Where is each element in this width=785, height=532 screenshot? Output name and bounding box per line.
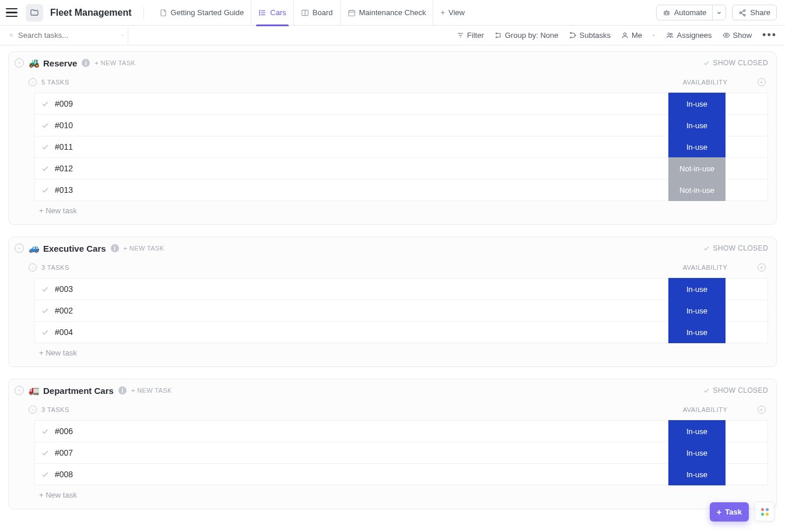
search-input[interactable] bbox=[17, 30, 117, 40]
status-check[interactable] bbox=[35, 427, 55, 435]
task-name[interactable]: #008 bbox=[55, 470, 668, 479]
new-task-inline[interactable]: + NEW TASK bbox=[124, 245, 164, 252]
status-check[interactable] bbox=[35, 285, 55, 293]
availability-badge[interactable]: In-use bbox=[668, 442, 726, 464]
new-task-inline[interactable]: + NEW TASK bbox=[94, 59, 135, 66]
availability-badge[interactable]: Not-in-use bbox=[668, 157, 726, 179]
group-body: 5 TASKSAVAILABILITY+#009In-use#010In-use… bbox=[9, 72, 776, 224]
availability-header[interactable]: AVAILABILITY bbox=[670, 79, 740, 86]
collapse-toggle[interactable] bbox=[15, 244, 24, 253]
task-row[interactable]: #012Not-in-use bbox=[34, 157, 768, 179]
show-closed-button[interactable]: SHOW CLOSED bbox=[703, 244, 768, 252]
availability-badge[interactable]: In-use bbox=[668, 278, 726, 300]
availability-badge[interactable]: In-use bbox=[668, 463, 726, 485]
status-check[interactable] bbox=[35, 143, 55, 151]
groupby-button[interactable]: Group by: None bbox=[495, 31, 559, 40]
task-row[interactable]: #004In-use bbox=[34, 321, 768, 343]
search-box[interactable] bbox=[6, 28, 128, 43]
list-icon bbox=[258, 9, 267, 17]
task-row[interactable]: #010In-use bbox=[34, 114, 768, 136]
tab-board[interactable]: Board bbox=[294, 0, 341, 26]
task-count[interactable]: 3 TASKS bbox=[29, 263, 69, 272]
task-name[interactable]: #009 bbox=[55, 99, 668, 108]
chevron-down-icon[interactable] bbox=[121, 32, 124, 38]
task-row[interactable]: #007In-use bbox=[34, 442, 768, 464]
status-check[interactable] bbox=[35, 186, 55, 194]
task-row[interactable]: #003In-use bbox=[34, 278, 768, 300]
filter-button[interactable]: Filter bbox=[457, 31, 484, 40]
task-count[interactable]: 5 TASKS bbox=[29, 78, 69, 86]
task-row[interactable]: #009In-use bbox=[34, 93, 768, 115]
availability-header[interactable]: AVAILABILITY bbox=[670, 406, 740, 413]
menu-icon[interactable] bbox=[5, 6, 19, 20]
collapse-toggle[interactable] bbox=[29, 78, 37, 86]
group-title[interactable]: 🚜Reserve bbox=[29, 58, 77, 68]
task-row[interactable]: #006In-use bbox=[34, 420, 768, 442]
tab-getting-started[interactable]: Getting Started Guide bbox=[152, 0, 252, 26]
status-check[interactable] bbox=[35, 121, 55, 129]
task-name[interactable]: #004 bbox=[55, 327, 668, 337]
task-name[interactable]: #003 bbox=[55, 284, 668, 294]
show-closed-button[interactable]: SHOW CLOSED bbox=[703, 386, 768, 394]
me-button[interactable]: Me bbox=[621, 31, 642, 40]
assignees-button[interactable]: Assignees bbox=[665, 31, 712, 40]
add-column-button[interactable]: + bbox=[758, 406, 766, 414]
availability-badge[interactable]: In-use bbox=[668, 93, 726, 115]
folder-icon[interactable] bbox=[26, 4, 43, 22]
task-name[interactable]: #006 bbox=[55, 427, 668, 436]
new-task-footer[interactable]: + New task bbox=[34, 343, 768, 360]
status-check[interactable] bbox=[35, 100, 55, 108]
status-check[interactable] bbox=[35, 328, 55, 336]
collapse-toggle[interactable] bbox=[15, 58, 24, 68]
availability-badge[interactable]: In-use bbox=[668, 300, 726, 322]
availability-badge[interactable]: In-use bbox=[668, 114, 726, 136]
show-button[interactable]: Show bbox=[723, 31, 752, 40]
task-name[interactable]: #007 bbox=[55, 448, 668, 457]
show-closed-button[interactable]: SHOW CLOSED bbox=[703, 59, 768, 67]
new-task-inline[interactable]: + NEW TASK bbox=[131, 387, 172, 394]
task-name[interactable]: #012 bbox=[55, 164, 668, 173]
automate-button[interactable]: Automate bbox=[656, 5, 727, 20]
info-icon[interactable]: i bbox=[111, 244, 119, 252]
new-task-fab[interactable]: + Task bbox=[710, 502, 749, 522]
task-row[interactable]: #008In-use bbox=[34, 463, 768, 485]
automate-caret[interactable] bbox=[712, 5, 726, 20]
task-name[interactable]: #011 bbox=[55, 142, 668, 152]
new-task-footer[interactable]: + New task bbox=[34, 485, 768, 502]
status-check[interactable] bbox=[35, 164, 55, 172]
tab-cars[interactable]: Cars bbox=[251, 0, 293, 26]
tab-label: Cars bbox=[270, 8, 286, 17]
group-title[interactable]: 🚛Department Cars bbox=[29, 385, 114, 396]
group-title[interactable]: 🚙Executive Cars bbox=[29, 243, 106, 253]
add-column-button[interactable]: + bbox=[758, 263, 766, 272]
task-name[interactable]: #010 bbox=[55, 121, 668, 130]
new-task-footer[interactable]: + New task bbox=[34, 200, 768, 217]
add-view-button[interactable]: + View bbox=[433, 0, 472, 26]
task-row[interactable]: #011In-use bbox=[34, 136, 768, 158]
task-row[interactable]: #013Not-in-use bbox=[34, 179, 768, 201]
status-check[interactable] bbox=[35, 449, 55, 457]
task-count[interactable]: 3 TASKS bbox=[29, 406, 69, 414]
task-row[interactable]: #002In-use bbox=[34, 300, 768, 322]
availability-badge[interactable]: In-use bbox=[668, 321, 726, 343]
chevron-down-icon bbox=[31, 80, 35, 84]
info-icon[interactable]: i bbox=[118, 386, 127, 394]
task-name[interactable]: #002 bbox=[55, 306, 668, 315]
tab-maintenance[interactable]: Maintenance Check bbox=[341, 0, 434, 26]
availability-badge[interactable]: In-use bbox=[668, 136, 726, 158]
add-column-button[interactable]: + bbox=[758, 78, 766, 86]
collapse-toggle[interactable] bbox=[15, 386, 24, 395]
apps-fab[interactable] bbox=[755, 502, 775, 522]
share-button[interactable]: Share bbox=[732, 5, 777, 20]
availability-badge[interactable]: Not-in-use bbox=[668, 179, 726, 201]
collapse-toggle[interactable] bbox=[29, 406, 37, 414]
availability-badge[interactable]: In-use bbox=[668, 420, 726, 442]
subtasks-button[interactable]: Subtasks bbox=[569, 31, 611, 40]
info-icon[interactable]: i bbox=[82, 59, 90, 67]
more-icon[interactable]: ••• bbox=[762, 29, 777, 41]
collapse-toggle[interactable] bbox=[29, 263, 37, 272]
availability-header[interactable]: AVAILABILITY bbox=[670, 264, 740, 271]
task-name[interactable]: #013 bbox=[55, 185, 668, 195]
status-check[interactable] bbox=[35, 470, 55, 478]
status-check[interactable] bbox=[35, 306, 55, 315]
